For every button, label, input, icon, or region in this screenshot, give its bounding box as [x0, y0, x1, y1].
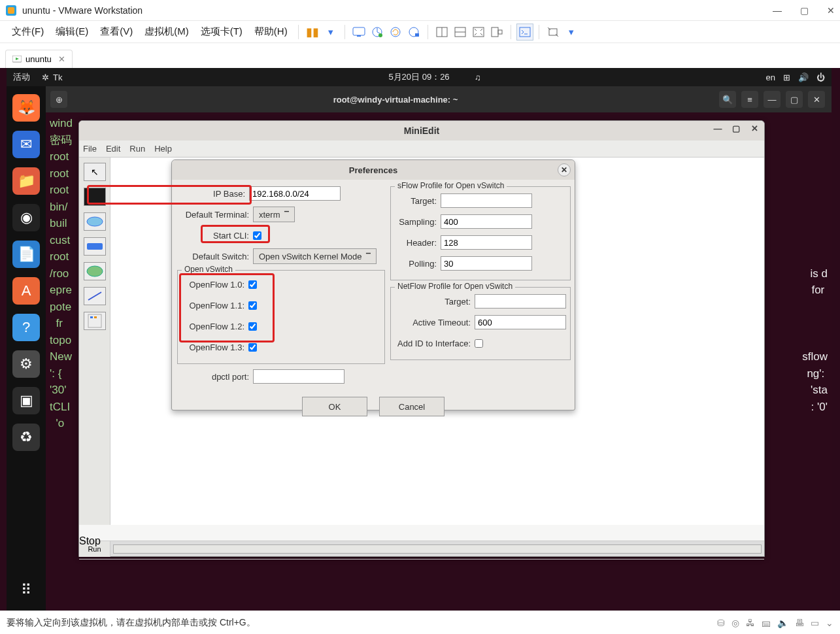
sflow-polling-input[interactable] [441, 256, 532, 271]
tab-close-icon[interactable]: ✕ [58, 54, 65, 64]
menu-edit[interactable]: 编辑(E) [50, 23, 93, 41]
cancel-button[interactable]: Cancel [379, 397, 445, 416]
terminal-menu-icon[interactable]: ≡ [741, 91, 758, 108]
single-window-icon[interactable] [433, 24, 450, 41]
multi-monitor-icon[interactable] [452, 24, 469, 41]
dropdown-icon[interactable]: ▾ [322, 24, 339, 41]
miniedit-menu-edit[interactable]: Edit [106, 144, 120, 154]
console-icon[interactable] [516, 24, 533, 41]
terminal-close-icon[interactable]: ✕ [808, 91, 825, 108]
vmware-titlebar: ununtu - VMware Workstation — ▢ ✕ [0, 0, 840, 21]
menu-view[interactable]: 查看(V) [95, 23, 138, 41]
terminal-new-tab-icon[interactable]: ⊕ [50, 91, 67, 108]
tab-ununtu[interactable]: ununtu ✕ [5, 50, 73, 68]
stretch-icon[interactable] [545, 24, 562, 41]
of10-checkbox[interactable] [248, 280, 257, 289]
power-icon[interactable]: ⏻ [816, 73, 825, 82]
maximize-icon[interactable]: ▢ [800, 5, 809, 16]
fullscreen-icon[interactable] [470, 24, 487, 41]
status-sound-icon[interactable]: 🔈 [777, 618, 788, 628]
dock-files[interactable]: 📁 [12, 167, 40, 195]
default-switch-dropdown[interactable]: Open vSwitch Kernel Mode▔ [253, 248, 377, 264]
terminal-minimize-icon[interactable]: — [764, 91, 781, 108]
sflow-header-input[interactable] [441, 235, 532, 250]
nf-timeout-input[interactable] [475, 315, 566, 329]
start-cli-checkbox[interactable] [253, 231, 261, 240]
menu-file[interactable]: 文件(F) [7, 23, 49, 41]
status-network-icon[interactable]: 🖧 [746, 618, 755, 628]
send-ctrl-alt-del-icon[interactable] [350, 24, 367, 41]
status-cd-icon[interactable]: ◎ [731, 618, 739, 628]
terminal-maximize-icon[interactable]: ▢ [786, 91, 803, 108]
ok-button[interactable]: OK [302, 397, 367, 416]
tool-legacy-switch-icon[interactable] [84, 212, 106, 231]
status-printer-icon[interactable]: 🖶 [795, 618, 804, 628]
vmware-title: ununtu - VMware Workstation [22, 5, 143, 16]
of11-checkbox[interactable] [248, 301, 257, 310]
sflow-target-input[interactable] [441, 193, 532, 208]
snapshot-icon[interactable] [369, 24, 386, 41]
menu-help[interactable]: 帮助(H) [249, 23, 293, 41]
dock-trash[interactable]: ♻ [12, 424, 40, 451]
svg-rect-24 [90, 316, 93, 318]
dock-software[interactable]: A [12, 277, 40, 305]
tool-link-icon[interactable] [84, 287, 106, 305]
miniedit-stop-button[interactable]: Stop [79, 535, 110, 556]
sflow-sampling-input[interactable] [441, 214, 532, 229]
tool-router-icon[interactable] [84, 262, 106, 280]
miniedit-titlebar[interactable]: MiniEdit — ▢ ✕ [79, 121, 764, 141]
preferences-titlebar[interactable]: Preferences ✕ [172, 160, 575, 180]
dock-rhythmbox[interactable]: ◉ [12, 204, 40, 231]
gnome-activities[interactable]: 活动 [13, 71, 30, 83]
miniedit-menu-help[interactable]: Help [154, 144, 172, 154]
miniedit-maximize-icon[interactable]: ▢ [730, 124, 742, 133]
status-display-icon[interactable]: ▭ [811, 618, 819, 628]
network-icon[interactable]: ⊞ [783, 73, 790, 82]
dock-show-apps[interactable]: ⠿ [12, 576, 40, 604]
revert-icon[interactable] [387, 24, 404, 41]
lang-indicator[interactable]: en [766, 73, 775, 82]
status-disk-icon[interactable]: ⛁ [717, 618, 725, 628]
miniedit-scrollbar[interactable] [110, 541, 764, 556]
dock-thunderbird[interactable]: ✉ [12, 131, 40, 158]
vm-display-area[interactable]: 活动 ✲ Tk 5月20日 09：26 ♫ en ⊞ 🔊 ⏻ 🦊 ✉ 📁 ◉ 📄… [0, 68, 840, 610]
miniedit-close-icon[interactable]: ✕ [748, 124, 760, 133]
nf-target-input[interactable] [475, 294, 566, 309]
manage-snapshots-icon[interactable] [405, 24, 422, 41]
tool-select-icon[interactable]: ↖ [84, 163, 106, 181]
unity-icon[interactable] [488, 24, 505, 41]
notifications-icon[interactable]: ♫ [475, 73, 481, 82]
dock-help[interactable]: ? [12, 314, 40, 341]
dock-terminal[interactable]: ▣ [12, 387, 40, 414]
nf-addid-checkbox[interactable] [475, 339, 483, 348]
gnome-clock[interactable]: 5月20日 09：26 [388, 71, 449, 83]
menu-vm[interactable]: 虚拟机(M) [139, 23, 194, 41]
miniedit-menu-run[interactable]: Run [129, 144, 145, 154]
terminal-search-icon[interactable]: 🔍 [719, 91, 736, 108]
status-usb-icon[interactable]: 🖴 [762, 618, 771, 628]
close-icon[interactable]: ✕ [827, 5, 835, 16]
svg-rect-20 [87, 243, 103, 250]
tool-host-icon[interactable] [84, 188, 106, 206]
status-more-icon[interactable]: ⌄ [826, 618, 833, 628]
pause-icon[interactable]: ▮▮ [304, 24, 321, 41]
ip-base-input[interactable] [249, 186, 341, 201]
of13-checkbox[interactable] [248, 343, 257, 352]
miniedit-minimize-icon[interactable]: — [712, 124, 724, 133]
dock-settings[interactable]: ⚙ [12, 350, 40, 378]
preferences-close-icon[interactable]: ✕ [558, 163, 571, 176]
tool-switch-icon[interactable] [84, 237, 106, 256]
svg-point-5 [378, 33, 382, 37]
gnome-current-app[interactable]: ✲ Tk [42, 73, 62, 82]
dropdown2-icon[interactable]: ▾ [563, 24, 580, 41]
default-terminal-dropdown[interactable]: xterm▔ [253, 207, 295, 222]
dock-libreoffice[interactable]: 📄 [12, 241, 40, 268]
volume-icon[interactable]: 🔊 [798, 73, 809, 82]
dock-firefox[interactable]: 🦊 [12, 94, 40, 122]
tool-controller-icon[interactable] [84, 312, 106, 330]
miniedit-menu-file[interactable]: File [83, 144, 97, 154]
menu-tab[interactable]: 选项卡(T) [195, 23, 248, 41]
of12-checkbox[interactable] [248, 322, 257, 331]
dpctl-input[interactable] [253, 369, 344, 384]
minimize-icon[interactable]: — [773, 5, 782, 16]
